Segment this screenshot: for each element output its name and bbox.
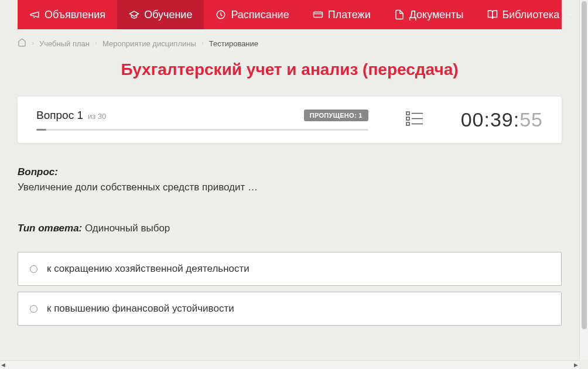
nav-label: Документы: [409, 9, 464, 21]
question-bar: Вопрос 1 из 30 ПРОПУЩЕНО: 1 00:39:55: [18, 97, 562, 143]
answer-type-value-text: Одиночный выбор: [85, 223, 170, 234]
answer-option[interactable]: к повышению финансовой устойчивости: [18, 292, 562, 326]
answer-text: к сокращению хозяйственной деятельности: [47, 263, 249, 275]
timer-seconds: 55: [519, 108, 543, 131]
answer-option[interactable]: к сокращению хозяйственной деятельности: [18, 252, 562, 286]
navbar: Объявления Обучение Расписание Платежи: [18, 0, 562, 29]
nav-schedule[interactable]: Расписание: [204, 0, 300, 29]
scrollbar-horizontal[interactable]: ◀ ▶: [0, 360, 579, 369]
nav-label: Платежи: [328, 9, 371, 21]
card-icon: [313, 9, 323, 20]
nav-label: Обучение: [144, 9, 192, 21]
answer-text: к повышению финансовой устойчивости: [47, 303, 234, 315]
progress-bar: [36, 129, 368, 131]
book-icon: [487, 9, 498, 20]
breadcrumb-link[interactable]: Учебный план: [39, 39, 90, 48]
megaphone-icon: [29, 9, 40, 20]
skipped-badge: ПРОПУЩЕНО: 1: [304, 110, 368, 121]
scroll-thumb[interactable]: [582, 1, 587, 329]
timer: 00:39:55: [461, 108, 543, 131]
scrollbar-vertical[interactable]: [579, 0, 588, 360]
nav-label: Расписание: [231, 9, 289, 21]
question-label: Вопрос:: [18, 166, 562, 178]
chevron-right-icon: [30, 39, 36, 48]
chevron-right-icon: [93, 39, 99, 48]
breadcrumb: Учебный план Мероприятие дисциплины Тест…: [0, 29, 579, 54]
nav-label: Объявления: [45, 9, 105, 21]
nav-library[interactable]: Библиотека: [476, 0, 586, 29]
nav-label: Библиотека: [502, 9, 560, 21]
grad-cap-icon: [129, 9, 139, 20]
chevron-right-icon: [200, 39, 206, 48]
chevron-down-icon: [566, 9, 573, 21]
svg-rect-6: [406, 122, 409, 125]
answer-list: к сокращению хозяйственной деятельности …: [0, 246, 579, 349]
radio-icon[interactable]: [30, 265, 37, 273]
answer-type-label: Тип ответа:: [18, 223, 82, 234]
svg-rect-4: [406, 117, 409, 120]
home-icon[interactable]: [18, 38, 26, 49]
nav-announcements[interactable]: Объявления: [18, 0, 117, 29]
scroll-left-icon[interactable]: ◀: [1, 362, 5, 368]
clock-icon: [216, 9, 226, 20]
radio-icon[interactable]: [30, 305, 37, 313]
breadcrumb-current: Тестирование: [209, 39, 258, 48]
question-total: из 30: [88, 112, 106, 121]
question-text: Увеличение доли собственных средств прив…: [18, 182, 562, 193]
question-list-button[interactable]: [406, 111, 423, 129]
nav-documents[interactable]: Документы: [382, 0, 476, 29]
question-number: Вопрос 1: [36, 109, 83, 122]
doc-icon: [394, 9, 405, 20]
nav-education[interactable]: Обучение: [117, 0, 204, 29]
nav-payments[interactable]: Платежи: [301, 0, 382, 29]
svg-rect-2: [406, 112, 409, 115]
page-title: Бухгалтерский учет и анализ (пересдача): [0, 60, 579, 79]
scroll-right-icon[interactable]: ▶: [574, 362, 578, 368]
progress-fill: [36, 129, 46, 131]
svg-rect-1: [313, 12, 322, 18]
timer-main: 00:39:: [461, 108, 520, 131]
breadcrumb-link[interactable]: Мероприятие дисциплины: [102, 39, 196, 48]
